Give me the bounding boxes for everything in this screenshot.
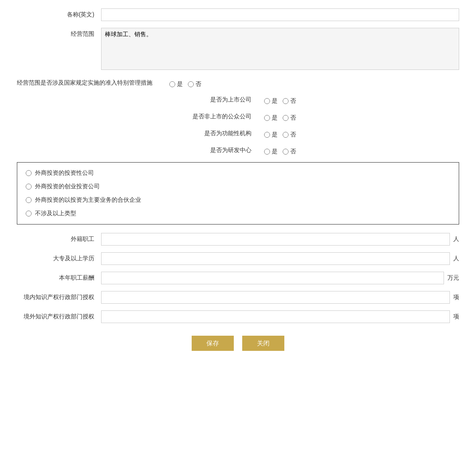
non-listed-public-label: 是否非上市的公众公司	[180, 113, 264, 120]
listed-no-option[interactable]: 否	[283, 97, 296, 105]
foreign-invest-label3: 外商投资的以投资为主要业务的合伙企业	[35, 196, 141, 204]
form-container: 各称(英文) 经营范围 棒球加工、销售。 经营范围是否涉及国家规定实施的准入特别…	[17, 8, 459, 351]
annual-salary-control	[101, 272, 444, 284]
foreign-invest-option3[interactable]: 外商投资的以投资为主要业务的合伙企业	[26, 196, 450, 204]
non-listed-public-no-label: 否	[290, 114, 296, 122]
foreign-invest-label1: 外商投资的投资性公司	[35, 169, 94, 177]
listed-label: 是否为上市公司	[180, 96, 264, 104]
functional-org-no-option[interactable]: 否	[283, 131, 296, 139]
listed-no-radio[interactable]	[283, 98, 289, 104]
foreign-invest-label2: 外商投资的创业投资公司	[35, 183, 100, 190]
close-button[interactable]: 关闭	[242, 336, 284, 351]
functional-org-yes-label: 是	[272, 131, 278, 139]
non-listed-public-radio-group: 是 否	[264, 112, 296, 122]
foreign-staff-control	[101, 233, 450, 246]
foreign-ip-row: 境外知识产权行政部门授权 项	[17, 310, 459, 323]
rd-center-row: 是否为研发中心 是 否	[17, 145, 459, 155]
college-edu-input[interactable]	[101, 252, 450, 265]
listed-yes-radio[interactable]	[264, 98, 270, 104]
special-mgmt-yes-option[interactable]: 是	[169, 80, 183, 88]
foreign-staff-row: 外籍职工 人	[17, 233, 459, 246]
functional-org-no-radio[interactable]	[283, 132, 289, 138]
listed-radio-group: 是 否	[264, 95, 296, 105]
domestic-ip-row: 境内知识产权行政部门授权 项	[17, 291, 459, 304]
domestic-ip-input[interactable]	[101, 291, 450, 304]
name-en-label: 各称(英文)	[17, 8, 101, 19]
name-en-input[interactable]	[101, 8, 459, 21]
college-edu-label: 大专及以上学历	[17, 252, 101, 262]
functional-org-no-label: 否	[290, 131, 296, 139]
foreign-invest-radio4[interactable]	[26, 211, 32, 216]
annual-salary-unit: 万元	[444, 272, 459, 282]
college-edu-unit: 人	[450, 252, 459, 262]
non-listed-public-no-option[interactable]: 否	[283, 114, 296, 122]
foreign-invest-option1[interactable]: 外商投资的投资性公司	[26, 169, 450, 177]
special-mgmt-radio-group: 是 否	[169, 78, 201, 88]
functional-org-yes-radio[interactable]	[264, 132, 270, 138]
domestic-ip-label: 境内知识产权行政部门授权	[17, 291, 101, 301]
foreign-invest-radio2[interactable]	[26, 184, 32, 190]
foreign-ip-input[interactable]	[101, 310, 450, 323]
business-scope-input[interactable]: 棒球加工、销售。	[101, 28, 459, 70]
rd-center-label: 是否为研发中心	[180, 147, 264, 154]
listed-row: 是否为上市公司 是 否	[17, 95, 459, 105]
foreign-staff-input[interactable]	[101, 233, 450, 246]
annual-salary-row: 本年职工薪酬 万元	[17, 272, 459, 284]
foreign-ip-label: 境外知识产权行政部门授权	[17, 310, 101, 321]
foreign-invest-radio3[interactable]	[26, 197, 32, 203]
special-mgmt-no-radio[interactable]	[188, 81, 194, 87]
foreign-invest-box: 外商投资的投资性公司 外商投资的创业投资公司 外商投资的以投资为主要业务的合伙企…	[17, 162, 459, 224]
business-scope-wrapper: 棒球加工、销售。	[101, 28, 459, 71]
non-listed-public-yes-label: 是	[272, 114, 278, 122]
special-mgmt-row: 经营范围是否涉及国家规定实施的准入特别管理措施 是 否	[17, 78, 459, 88]
name-en-control	[101, 8, 459, 21]
college-edu-control	[101, 252, 450, 265]
listed-no-label: 否	[290, 97, 296, 105]
college-edu-row: 大专及以上学历 人	[17, 252, 459, 265]
non-listed-public-yes-option[interactable]: 是	[264, 114, 278, 122]
rd-center-yes-radio[interactable]	[264, 149, 270, 155]
functional-org-yes-option[interactable]: 是	[264, 131, 278, 139]
rd-center-yes-option[interactable]: 是	[264, 148, 278, 155]
non-listed-public-row: 是否非上市的公众公司 是 否	[17, 112, 459, 122]
rd-center-radio-group: 是 否	[264, 145, 296, 155]
foreign-ip-control	[101, 310, 450, 323]
save-button[interactable]: 保存	[192, 336, 234, 351]
functional-org-radio-group: 是 否	[264, 128, 296, 139]
foreign-ip-unit: 项	[450, 310, 459, 321]
foreign-staff-unit: 人	[450, 233, 459, 243]
annual-salary-label: 本年职工薪酬	[17, 272, 101, 282]
foreign-invest-option4[interactable]: 不涉及以上类型	[26, 210, 450, 217]
non-listed-public-no-radio[interactable]	[283, 115, 289, 121]
special-mgmt-label: 经营范围是否涉及国家规定实施的准入特别管理措施	[17, 79, 169, 87]
rd-center-no-radio[interactable]	[283, 149, 289, 155]
domestic-ip-unit: 项	[450, 291, 459, 301]
business-scope-row: 经营范围 棒球加工、销售。	[17, 28, 459, 71]
name-en-row: 各称(英文)	[17, 8, 459, 21]
button-row: 保存 关闭	[17, 336, 459, 351]
special-mgmt-no-label: 否	[195, 80, 201, 88]
business-scope-label: 经营范围	[17, 28, 101, 38]
foreign-staff-label: 外籍职工	[17, 233, 101, 243]
rd-center-no-label: 否	[290, 148, 296, 155]
rd-center-no-option[interactable]: 否	[283, 148, 296, 155]
non-listed-public-yes-radio[interactable]	[264, 115, 270, 121]
annual-salary-input[interactable]	[101, 272, 444, 284]
functional-org-label: 是否为功能性机构	[180, 130, 264, 137]
special-mgmt-yes-label: 是	[177, 80, 183, 88]
foreign-invest-label4: 不涉及以上类型	[35, 210, 76, 217]
listed-yes-label: 是	[272, 97, 278, 105]
listed-yes-option[interactable]: 是	[264, 97, 278, 105]
foreign-invest-radio1[interactable]	[26, 170, 32, 176]
special-mgmt-yes-radio[interactable]	[169, 81, 175, 87]
domestic-ip-control	[101, 291, 450, 304]
foreign-invest-option2[interactable]: 外商投资的创业投资公司	[26, 183, 450, 190]
rd-center-yes-label: 是	[272, 148, 278, 155]
functional-org-row: 是否为功能性机构 是 否	[17, 128, 459, 139]
special-mgmt-no-option[interactable]: 否	[188, 80, 201, 88]
